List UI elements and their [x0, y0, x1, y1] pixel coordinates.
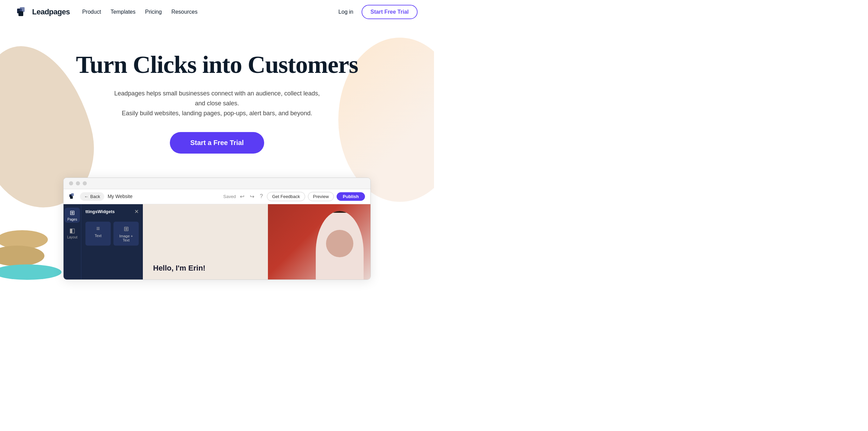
- layout-icon: ◧: [69, 227, 75, 234]
- hero-content: Turn Clicks into Customers Leadpages hel…: [14, 51, 420, 280]
- back-label: Back: [90, 194, 100, 199]
- canvas-hello-text: Hello, I'm Erin!: [153, 264, 205, 273]
- navbar-trial-button[interactable]: Start Free Trial: [362, 5, 418, 19]
- inner-back-button[interactable]: ← Back: [80, 192, 104, 201]
- nav-templates[interactable]: Templates: [111, 9, 136, 15]
- canvas-inner: Hello, I'm Erin!: [143, 204, 370, 279]
- nav-pricing[interactable]: Pricing: [145, 9, 162, 15]
- nav-product[interactable]: Product: [82, 9, 101, 15]
- person-face: [326, 230, 353, 257]
- undo-button[interactable]: ↩: [239, 192, 246, 201]
- sidebar-top-bar: ttingsWidgets ✕: [81, 204, 143, 219]
- login-link[interactable]: Log in: [338, 9, 353, 15]
- logo-text: Leadpages: [32, 8, 70, 16]
- browser-mockup-wrapper: ← Back My Website Saved ↩ ↪ ? Get Feedba…: [14, 178, 420, 280]
- inner-leadpages-icon: [69, 193, 77, 200]
- redo-button[interactable]: ↪: [248, 192, 256, 201]
- sidebar-widgets-grid: ≡ Text ⊞ Image + Text: [81, 219, 143, 248]
- canvas-right-section: [268, 204, 370, 279]
- publish-button[interactable]: Publish: [337, 192, 365, 201]
- feedback-button[interactable]: Get Feedback: [267, 192, 305, 201]
- site-name-label: My Website: [108, 194, 133, 199]
- help-button[interactable]: ?: [258, 192, 264, 201]
- preview-button[interactable]: Preview: [308, 192, 334, 201]
- svg-rect-4: [71, 193, 74, 196]
- svg-rect-1: [20, 7, 25, 12]
- hero-subtitle-line2: Easily build websites, landing pages, po…: [122, 110, 312, 117]
- browser-content-area: ⊞ Pages ◧ Layout ttingsWidgets ✕: [64, 204, 370, 279]
- widget-image-text[interactable]: ⊞ Image + Text: [113, 222, 139, 246]
- saved-status: Saved: [223, 194, 236, 199]
- browser-dot-green: [83, 181, 87, 185]
- nav-resources[interactable]: Resources: [171, 9, 197, 15]
- widget-image-text-label: Image + Text: [119, 234, 133, 242]
- hero-subtitle-line1: Leadpages helps small businesses connect…: [114, 90, 320, 107]
- leadpages-logo-icon: [16, 6, 29, 18]
- widget-text-label: Text: [95, 234, 101, 238]
- sidebar-icon-column: ⊞ Pages ◧ Layout: [64, 204, 81, 279]
- hero-subtitle: Leadpages helps small businesses connect…: [111, 89, 323, 118]
- inner-toolbar-right: Saved ↩ ↪ ? Get Feedback Preview Publish: [223, 192, 365, 201]
- sidebar-layout-item[interactable]: ◧ Layout: [67, 227, 77, 239]
- browser-dot-red: [69, 181, 73, 185]
- text-widget-icon: ≡: [88, 225, 108, 232]
- navbar-right: Log in Start Free Trial: [338, 5, 418, 19]
- browser-chrome-bar: [64, 178, 370, 189]
- pages-label: Pages: [67, 218, 77, 221]
- hero-cta-button[interactable]: Start a Free Trial: [170, 132, 265, 154]
- svg-rect-5: [70, 196, 73, 199]
- inner-toolbar: ← Back My Website Saved ↩ ↪ ? Get Feedba…: [64, 189, 370, 204]
- canvas-left-section: Hello, I'm Erin!: [143, 204, 268, 279]
- inner-toolbar-left: ← Back My Website: [69, 192, 133, 201]
- nav-links: Product Templates Pricing Resources: [82, 9, 197, 15]
- image-text-widget-icon: ⊞: [116, 225, 136, 233]
- navbar: Leadpages Product Templates Pricing Reso…: [0, 0, 434, 24]
- back-arrow-icon: ←: [84, 194, 89, 199]
- main-canvas: Hello, I'm Erin!: [143, 204, 370, 279]
- logo-link[interactable]: Leadpages: [16, 6, 70, 18]
- sidebar-pages-item[interactable]: ⊞ Pages: [65, 208, 80, 223]
- sidebar-panel: ttingsWidgets ✕ ≡ Text ⊞ Image + Text: [81, 204, 143, 279]
- widget-text[interactable]: ≡ Text: [85, 222, 111, 246]
- hero-title: Turn Clicks into Customers: [14, 51, 420, 78]
- sidebar-close-icon[interactable]: ✕: [134, 208, 139, 215]
- person-hair: [324, 211, 355, 213]
- browser-mockup: ← Back My Website Saved ↩ ↪ ? Get Feedba…: [63, 178, 371, 280]
- layout-label: Layout: [67, 235, 77, 239]
- sidebar-title: ttingsWidgets: [85, 209, 115, 214]
- svg-rect-2: [18, 11, 23, 16]
- browser-dot-yellow: [76, 181, 80, 185]
- hero-section: Turn Clicks into Customers Leadpages hel…: [0, 24, 434, 293]
- pages-icon: ⊞: [70, 209, 75, 217]
